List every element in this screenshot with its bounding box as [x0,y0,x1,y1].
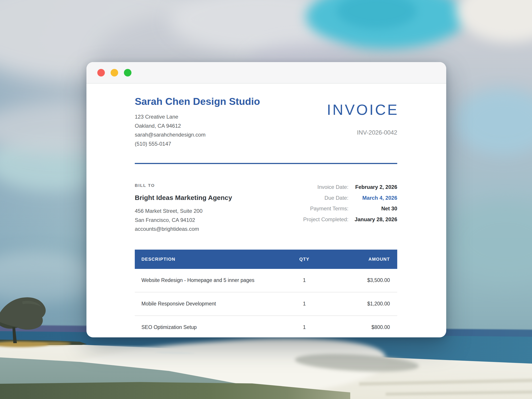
due-date-value: March 4, 2026 [355,193,397,203]
bill-to-label: BILL TO [135,183,232,188]
company-address-line: 123 Creative Lane [135,112,260,121]
company-phone: (510) 555-0147 [135,139,260,149]
client-email: accounts@brightideas.com [135,225,232,234]
zoom-button[interactable] [124,69,132,76]
detail-label: Payment Terms: [282,203,348,214]
table-row: SEO Optimization Setup 1 $800.00 [135,316,397,338]
client-address: 456 Market Street, Suite 200 San Francis… [135,207,232,234]
company-name: Sarah Chen Design Studio [135,96,260,106]
project-completed-value: January 28, 2026 [355,214,397,225]
detail-label: Project Completed: [282,214,348,225]
line-items-table: DESCRIPTION QTY AMOUNT Website Redesign … [135,250,397,338]
company-block: Sarah Chen Design Studio 123 Creative La… [135,96,260,148]
detail-label: Due Date: [282,193,348,203]
minimize-button[interactable] [111,69,118,76]
invoice-title-block: INVOICE INV-2026-0042 [327,102,398,148]
table-row: Website Redesign - Homepage and 5 inner … [135,269,397,292]
window-controls [97,69,132,76]
item-description: Website Redesign - Homepage and 5 inner … [135,277,291,283]
column-header-amount: AMOUNT [318,257,397,262]
invoice-window: Sarah Chen Design Studio 123 Creative La… [86,62,446,337]
table-row: Mobile Responsive Development 1 $1,200.0… [135,292,397,316]
detail-label: Invoice Date: [282,182,348,193]
client-address-line: 456 Market Street, Suite 200 [135,207,232,216]
close-button[interactable] [97,69,105,76]
item-description: Mobile Responsive Development [135,301,291,307]
invoice-header: Sarah Chen Design Studio 123 Creative La… [135,96,397,148]
item-amount: $3,500.00 [318,277,397,283]
invoice-details: Invoice Date: February 2, 2026 Due Date:… [282,182,397,234]
payment-terms-value: Net 30 [355,203,397,214]
client-name: Bright Ideas Marketing Agency [135,194,232,201]
invoice-title: INVOICE [327,102,399,117]
billing-section: BILL TO Bright Ideas Marketing Agency 45… [135,183,397,234]
desktop-background: Sarah Chen Design Studio 123 Creative La… [0,0,532,399]
bill-to-block: BILL TO Bright Ideas Marketing Agency 45… [135,183,232,234]
company-email: sarah@sarahchendesign.com [135,130,260,139]
item-amount: $1,200.00 [318,301,397,307]
invoice-document: Sarah Chen Design Studio 123 Creative La… [86,96,446,337]
tree-silhouette-icon [0,295,93,348]
item-description: SEO Optimization Setup [135,324,291,330]
column-header-description: DESCRIPTION [135,257,291,262]
item-qty: 1 [291,324,318,330]
item-qty: 1 [291,277,318,283]
item-amount: $800.00 [318,324,397,330]
column-header-qty: QTY [291,257,318,262]
company-address-line: Oakland, CA 94612 [135,121,260,131]
window-titlebar[interactable] [86,62,446,83]
invoice-date-value: February 2, 2026 [355,182,397,193]
table-header: DESCRIPTION QTY AMOUNT [135,250,397,269]
invoice-number: INV-2026-0042 [327,129,398,136]
client-address-line: San Francisco, CA 94102 [135,216,232,225]
company-address: 123 Creative Lane Oakland, CA 94612 sara… [135,112,260,148]
blue-divider [135,163,397,164]
item-qty: 1 [291,301,318,307]
